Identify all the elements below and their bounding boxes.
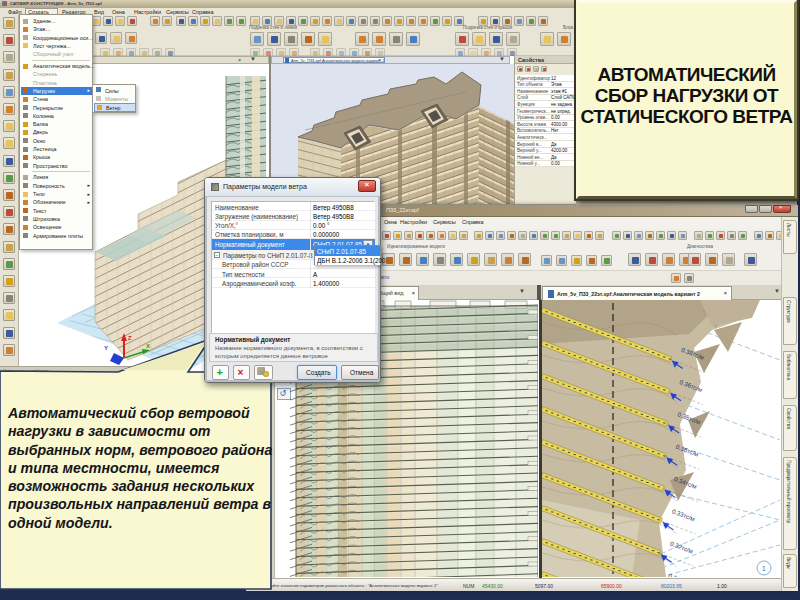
svg-text:0.33тс/м: 0.33тс/м: [671, 507, 696, 522]
svg-text:0.32тс/м: 0.32тс/м: [669, 540, 694, 555]
svg-text:0.35тс/м: 0.35тс/м: [677, 410, 702, 425]
svg-text:1: 1: [762, 565, 766, 572]
svg-text:0.32тс/м: 0.32тс/м: [667, 572, 692, 587]
